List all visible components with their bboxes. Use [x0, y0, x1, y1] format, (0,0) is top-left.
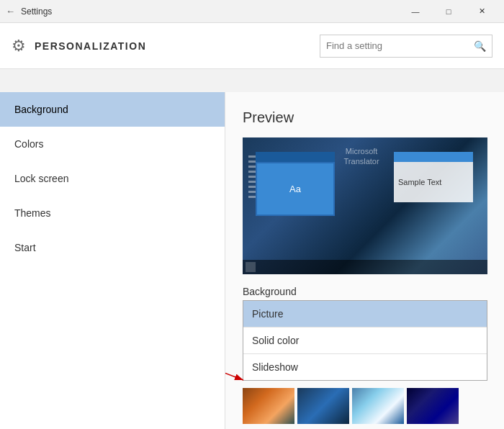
titlebar-left: ← Settings [6, 6, 399, 17]
sidebar-item-themes[interactable]: Themes [0, 196, 225, 230]
settings-gear-icon: ⚙ [12, 37, 26, 55]
sidebar: Background Colors Lock screen Themes Sta… [0, 92, 225, 429]
sidebar-label-lock-screen: Lock screen [14, 173, 68, 184]
sidebar-item-colors[interactable]: Colors [0, 127, 225, 161]
search-box[interactable]: 🔍 [320, 35, 492, 58]
preview-bg: Aa Sample Text MicrosoftTranslator [243, 137, 487, 274]
thumbnail-row [243, 388, 487, 424]
preview-tile-1: Aa [257, 163, 333, 214]
app-body: ⚙ PERSONALIZATION 🔍 Background Colors Lo… [0, 23, 504, 429]
preview-container: Aa Sample Text MicrosoftTranslator [243, 137, 487, 274]
sidebar-label-themes: Themes [14, 207, 51, 219]
preview-window-bar [256, 152, 335, 162]
main-content: Preview [225, 92, 504, 429]
sidebar-label-background: Background [14, 104, 68, 115]
dropdown-option-slideshow[interactable]: Slideshow [243, 354, 487, 380]
preview-sample-content: Sample Text [394, 162, 473, 202]
preview-aa-text: Aa [289, 184, 301, 194]
preview-translator-label: MicrosoftTranslator [344, 146, 379, 167]
section-title: Preview [243, 109, 487, 126]
app-title: PERSONALIZATION [35, 40, 320, 52]
dropdown-option-solid-color[interactable]: Solid color [243, 328, 487, 354]
sidebar-label-colors: Colors [14, 138, 43, 150]
sidebar-item-start[interactable]: Start [0, 230, 225, 265]
bg-section-label: Background [243, 286, 487, 297]
back-button[interactable]: ← [6, 6, 15, 17]
search-icon: 🔍 [474, 40, 486, 52]
content-area: Background Colors Lock screen Themes Sta… [0, 92, 504, 429]
preview-taskbar [243, 260, 487, 274]
background-dropdown[interactable]: Picture Solid color Slideshow [243, 300, 487, 381]
thumbnail-2[interactable] [297, 388, 349, 424]
maximize-button[interactable]: □ [432, 0, 465, 23]
preview-sample-text: Sample Text [398, 178, 441, 186]
titlebar: ← Settings — □ ✕ [0, 0, 504, 23]
sidebar-item-background[interactable]: Background [0, 92, 225, 127]
titlebar-controls: — □ ✕ [399, 0, 498, 23]
search-input[interactable] [326, 40, 474, 51]
thumbnail-3[interactable] [352, 388, 404, 424]
preview-start-btn [246, 262, 256, 272]
close-button[interactable]: ✕ [465, 0, 498, 23]
sidebar-label-start: Start [14, 242, 36, 253]
svg-line-0 [225, 322, 243, 380]
preview-sample-topbar [394, 152, 473, 162]
app-header: ⚙ PERSONALIZATION 🔍 [0, 23, 504, 69]
dropdown-option-picture[interactable]: Picture [243, 301, 487, 328]
preview-window: Aa [256, 152, 335, 216]
thumbnail-4[interactable] [407, 388, 459, 424]
thumbnail-1[interactable] [243, 388, 294, 424]
preview-tiles: Aa [256, 162, 335, 216]
titlebar-title: Settings [21, 6, 52, 17]
sidebar-item-lock-screen[interactable]: Lock screen [0, 161, 225, 196]
minimize-button[interactable]: — [399, 0, 432, 23]
